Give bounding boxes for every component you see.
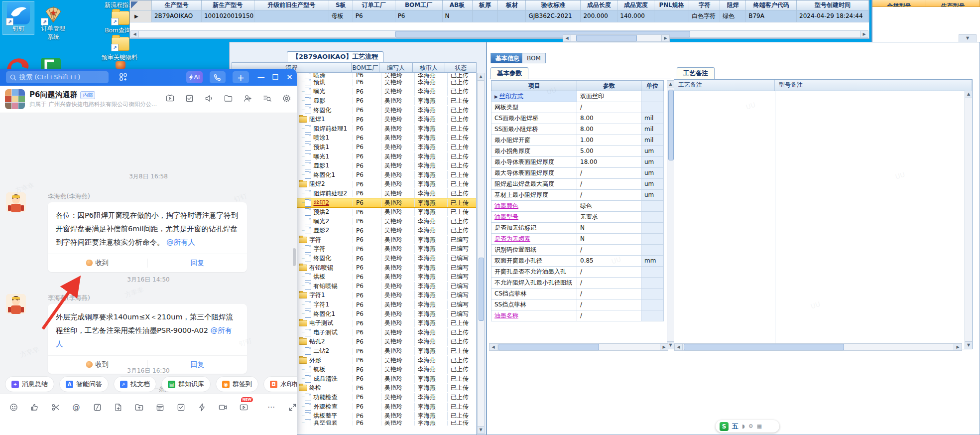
param-value-cell[interactable]: 1.00 bbox=[577, 135, 641, 146]
dropdown-arrow-button[interactable]: ▼ bbox=[959, 34, 977, 42]
process-column-header[interactable]: 状态 bbox=[445, 62, 477, 73]
row-cell[interactable]: 绿色 bbox=[720, 10, 746, 22]
scroll-left-icon[interactable]: ◀ bbox=[675, 344, 683, 350]
param-value-cell[interactable]: 双面丝印 bbox=[577, 91, 641, 102]
param-row[interactable]: ▶ 丝印方式双面丝印 bbox=[491, 91, 666, 102]
column-header-13[interactable]: PNL规格 bbox=[654, 0, 689, 10]
param-row[interactable]: 最小导体表面阻焊厚度18.00um bbox=[491, 157, 666, 168]
param-value-cell[interactable]: / bbox=[577, 299, 641, 310]
input-method-bar[interactable]: S 五 ◗ ⚙ ▦ bbox=[716, 420, 779, 433]
ime-keyboard-icon[interactable]: ▦ bbox=[757, 423, 762, 430]
ai-assistant-button[interactable]: AI bbox=[186, 71, 203, 83]
column-header-1[interactable]: 生产型号 bbox=[152, 0, 202, 10]
desktop-folder-label[interactable]: 预审关键物料 bbox=[98, 53, 141, 62]
param-row[interactable]: 阻焊超出焊盘最大高度/um bbox=[491, 179, 666, 190]
tab-bom[interactable]: BOM bbox=[522, 53, 546, 63]
announce-icon[interactable] bbox=[205, 94, 213, 104]
row-cell[interactable]: B79A bbox=[746, 10, 797, 22]
table-corner-cell[interactable] bbox=[130, 0, 152, 10]
row-cell[interactable]: 2024-04-29 18:24:44 bbox=[797, 10, 869, 22]
file-add-icon[interactable] bbox=[108, 401, 128, 414]
row-cell[interactable] bbox=[473, 10, 498, 22]
param-value-cell[interactable]: / bbox=[577, 289, 641, 299]
param-row[interactable]: 油墨颜色绿色 bbox=[491, 201, 666, 212]
param-value-cell[interactable]: 18.00 bbox=[577, 157, 641, 168]
folder-icon[interactable]: ↗ bbox=[112, 11, 129, 25]
call-icon[interactable] bbox=[210, 71, 226, 83]
column-header-9[interactable]: 板材 bbox=[498, 0, 526, 10]
column-header-6[interactable]: BOM工厂 bbox=[395, 0, 443, 10]
mention-link[interactable]: @所有人 bbox=[164, 238, 196, 246]
merge-table-header[interactable]: 合拼型号 bbox=[872, 0, 926, 7]
param-row[interactable]: 不允许阻焊入孔最小孔径图纸/ bbox=[491, 278, 666, 289]
group-tool-水印拍照[interactable]: ◘水印拍照 bbox=[263, 376, 297, 392]
scrollbar-thumb[interactable] bbox=[479, 258, 484, 321]
param-row[interactable]: SS面最小阻焊桥8.00mil bbox=[491, 124, 666, 135]
param-value-cell[interactable]: / bbox=[577, 310, 641, 321]
scrollbar-thumb[interactable] bbox=[576, 35, 637, 41]
maximize-button[interactable]: ☐ bbox=[268, 73, 283, 82]
row-cell[interactable]: 母板 bbox=[329, 10, 353, 22]
desktop-icon-partial-orange[interactable] bbox=[116, 61, 125, 69]
param-value-cell[interactable]: / bbox=[577, 245, 641, 256]
column-header-11[interactable]: 成品长度 bbox=[581, 0, 617, 10]
column-header-17[interactable]: 型号创建时间 bbox=[797, 0, 869, 10]
group-tool-群签到[interactable]: ◉群签到 bbox=[216, 376, 258, 392]
folder-upload-icon[interactable] bbox=[128, 401, 149, 414]
param-row[interactable]: 是否加无铅标记N bbox=[491, 223, 666, 234]
scroll-up-icon[interactable]: ▲ bbox=[667, 81, 674, 88]
message-input[interactable] bbox=[0, 416, 297, 435]
receive-button[interactable]: 收到 bbox=[48, 259, 147, 268]
mention-icon[interactable]: @ bbox=[66, 401, 87, 414]
expand-icon[interactable] bbox=[282, 401, 297, 414]
param-value-cell[interactable]: N bbox=[577, 223, 641, 234]
avatar[interactable] bbox=[6, 192, 26, 212]
process-column-header[interactable]: BOM工厂 bbox=[352, 62, 380, 73]
todo-icon[interactable] bbox=[185, 94, 194, 104]
thumb-up-icon[interactable] bbox=[24, 401, 45, 414]
video-meeting-icon[interactable] bbox=[166, 94, 174, 104]
row-cell[interactable]: P6 bbox=[395, 10, 443, 22]
emoji-icon[interactable] bbox=[3, 401, 24, 414]
scrollbar-thumb[interactable] bbox=[498, 344, 599, 350]
row-cell[interactable]: 140.000 bbox=[617, 10, 654, 22]
search-input[interactable]: 搜索 (Ctrl+Shift+F) bbox=[6, 71, 109, 83]
scroll-right-icon[interactable]: ▶ bbox=[660, 344, 668, 350]
param-row[interactable]: 网板类型/ bbox=[491, 102, 666, 113]
parameter-hscrollbar[interactable]: ◀ ▶ bbox=[489, 343, 668, 351]
param-value-cell[interactable]: / bbox=[577, 267, 641, 278]
param-value-cell[interactable]: 5.00 bbox=[577, 146, 641, 157]
row-cell[interactable]: 2B79AOIKAO bbox=[152, 10, 202, 22]
ime-mode-wubi[interactable]: 五 bbox=[732, 422, 738, 431]
param-value-cell[interactable]: / bbox=[577, 168, 641, 179]
param-value-cell[interactable]: / bbox=[577, 102, 641, 113]
process-column-header[interactable]: 编写人 bbox=[379, 62, 413, 73]
column-header-12[interactable]: 成品宽度 bbox=[617, 0, 654, 10]
param-row[interactable]: 识别码位置图纸/ bbox=[491, 245, 666, 256]
folder-icon[interactable] bbox=[224, 94, 233, 104]
slash-command-icon[interactable] bbox=[87, 401, 108, 414]
scroll-down-icon[interactable]: ▼ bbox=[478, 426, 484, 434]
column-header-5[interactable]: 订单工厂 bbox=[353, 0, 395, 10]
scrollbar-thumb[interactable] bbox=[684, 344, 844, 350]
param-row[interactable]: 油墨型号无要求 bbox=[491, 212, 666, 223]
ime-tool-icon[interactable]: ◗ bbox=[742, 423, 745, 430]
param-value-cell[interactable]: / bbox=[577, 179, 641, 190]
group-tool-群知识库[interactable]: ▤群知识库 bbox=[161, 376, 211, 392]
scroll-up-icon[interactable]: ▲ bbox=[478, 73, 484, 81]
row-cell[interactable] bbox=[254, 10, 329, 22]
param-row[interactable]: CS面最小阻焊桥8.00mil bbox=[491, 113, 666, 124]
search-history-icon[interactable] bbox=[263, 94, 271, 104]
production-table-selected-row[interactable]: ▶2B79AOIKAO10010200191505母板P6P6NGJB362C-… bbox=[130, 10, 869, 22]
param-value-cell[interactable]: / bbox=[577, 278, 641, 289]
folder-icon[interactable]: ↗ bbox=[112, 37, 129, 51]
param-value-cell[interactable]: 8.00 bbox=[577, 113, 641, 124]
param-row[interactable]: CS挡点菲林/ bbox=[491, 289, 666, 299]
param-row[interactable]: 最小拐角厚度5.00um bbox=[491, 146, 666, 157]
row-cell[interactable]: 白色字符 bbox=[689, 10, 720, 22]
background-hscrollbar[interactable]: ◀ ▶ bbox=[563, 34, 670, 42]
group-tool-找文档[interactable]: ⌕找文档 bbox=[114, 376, 156, 392]
todo-check-icon[interactable] bbox=[170, 401, 191, 414]
add-member-icon[interactable] bbox=[244, 94, 252, 104]
tab-basic-params[interactable]: 基本参数 bbox=[490, 67, 528, 79]
